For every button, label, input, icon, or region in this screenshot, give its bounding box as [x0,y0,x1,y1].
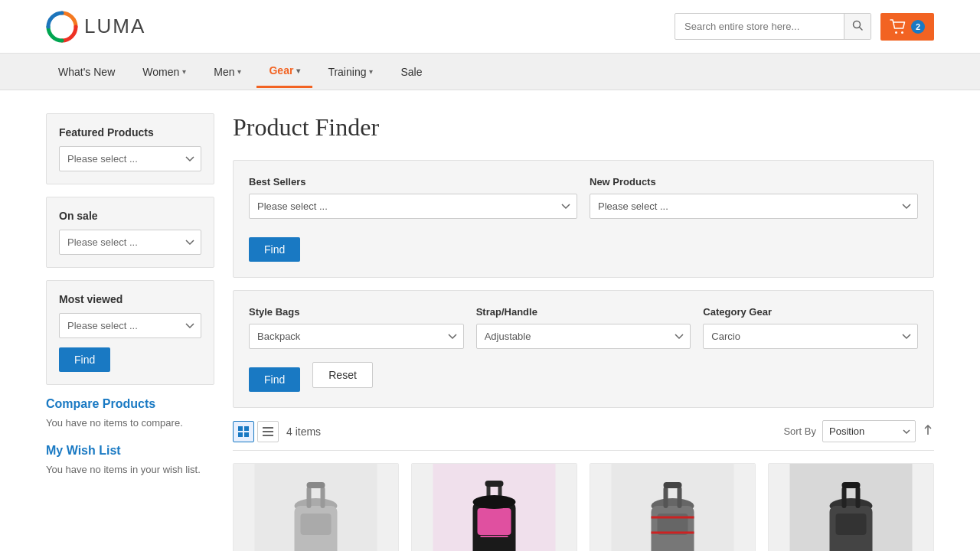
grid-icon [238,426,249,437]
search-bar [675,13,871,40]
finder2-buttons: Find Reset [249,358,918,392]
svg-rect-19 [307,482,325,488]
nav-item-sale[interactable]: Sale [388,57,434,87]
sidebar: Featured Products Please select ... Back… [46,113,214,551]
svg-point-4 [901,31,903,34]
compare-products-title: Compare Products [46,397,214,411]
product-image [234,464,398,551]
best-sellers-select[interactable]: Please select ... Backpacks Bags [249,194,577,219]
svg-rect-44 [836,514,867,535]
svg-rect-45 [842,487,847,508]
cart-icon [890,19,906,34]
on-sale-section: On sale Please select ... Yes No [46,197,214,268]
best-sellers-row: Best Sellers Please select ... Backpacks… [249,176,918,219]
finder2-reset-button[interactable]: Reset [312,362,373,388]
nav-item-gear[interactable]: Gear ▾ [256,55,312,88]
on-sale-select[interactable]: Please select ... Yes No [59,230,201,255]
logo-icon [46,11,78,43]
backpack-dark-svg [769,464,933,551]
svg-rect-18 [321,487,325,508]
svg-rect-39 [678,487,682,508]
finder2-find-button[interactable]: Find [249,367,300,392]
most-viewed-title: Most viewed [59,293,201,305]
nav-item-whats-new[interactable]: What's New [46,57,127,87]
svg-rect-5 [238,426,243,431]
style-bags-col: Style Bags Backpack Messenger Tote [249,306,464,349]
category-gear-label: Category Gear [703,306,918,318]
category-gear-select[interactable]: Carcio Bags Fitness [703,324,918,349]
cart-badge: 2 [911,20,925,34]
wish-list-text: You have no items in your wish list. [46,464,214,475]
results-header: 4 items Sort By Position Product Name Pr… [233,420,934,451]
nav-item-training[interactable]: Training ▾ [315,57,385,87]
search-button[interactable] [844,14,871,39]
featured-products-title: Featured Products [59,126,201,139]
style-bags-row: Style Bags Backpack Messenger Tote Strap… [249,306,918,349]
wish-list-section: My Wish List You have no items in your w… [46,444,214,475]
nav: What's New Women ▾ Men ▾ Gear ▾ Training… [0,54,980,90]
svg-rect-7 [238,432,243,437]
svg-rect-47 [842,482,861,488]
list-icon [263,426,273,437]
logo[interactable]: LUMA [46,11,145,43]
product-card [768,463,934,551]
svg-rect-46 [856,487,861,508]
svg-rect-6 [244,426,249,431]
content: Featured Products Please select ... Back… [0,90,980,551]
nav-chevron-training: ▾ [369,67,373,76]
svg-point-3 [895,31,897,34]
cart-button[interactable]: 2 [880,13,934,41]
product-card [411,463,577,551]
svg-rect-27 [485,481,504,487]
product-card [590,463,756,551]
finder1-find-button[interactable]: Find [249,237,300,262]
featured-products-section: Featured Products Please select ... Back… [46,113,214,184]
svg-rect-38 [664,487,668,508]
view-controls: 4 items [233,421,321,442]
view-icons [233,421,279,442]
grid-view-button[interactable] [233,421,254,442]
nav-chevron-women: ▾ [182,67,186,76]
on-sale-title: On sale [59,210,201,222]
svg-point-28 [473,495,516,509]
featured-products-select[interactable]: Please select ... Backpacks Bags Fitness… [59,146,201,171]
nav-chevron-men: ▾ [237,67,241,76]
products-grid [233,463,934,551]
svg-rect-40 [664,482,682,488]
svg-rect-10 [263,431,273,432]
svg-rect-24 [478,508,511,535]
sort-area: Sort By Position Product Name Price [783,420,934,442]
strap-handle-label: Strap/Handle [476,306,691,318]
svg-rect-8 [244,432,249,437]
compare-products-text: You have no items to compare. [46,417,214,429]
backpack-gray-red-svg [590,464,755,551]
strap-handle-select[interactable]: Adjustable Fixed Double [476,324,691,349]
style-bags-select[interactable]: Backpack Messenger Tote [249,324,464,349]
sort-select[interactable]: Position Product Name Price [822,420,916,442]
nav-item-women[interactable]: Women ▾ [130,57,198,87]
search-input[interactable] [675,15,844,38]
header: LUMA 2 [0,0,980,54]
svg-rect-16 [301,514,332,535]
svg-line-2 [860,28,863,31]
backpack-pink-svg [412,464,577,551]
most-viewed-section: Most viewed Please select ... Backpacks … [46,280,214,385]
new-products-label: New Products [590,176,918,187]
sort-asc-button[interactable] [922,424,934,439]
best-sellers-finder-box: Best Sellers Please select ... Backpacks… [233,160,934,278]
new-products-col: New Products Please select ... Backpacks… [590,176,918,219]
most-viewed-select[interactable]: Please select ... Backpacks Bags [59,313,201,338]
svg-rect-11 [263,435,273,436]
logo-text: LUMA [84,15,145,38]
category-gear-col: Category Gear Carcio Bags Fitness [703,306,918,349]
new-products-select[interactable]: Please select ... Backpacks Bags [590,194,918,219]
wish-list-title: My Wish List [46,444,214,458]
page-title: Product Finder [233,113,934,142]
list-view-button[interactable] [257,421,279,442]
svg-rect-17 [307,487,312,508]
nav-chevron-gear: ▾ [296,67,300,75]
nav-item-men[interactable]: Men ▾ [201,57,253,87]
header-right: 2 [675,13,934,41]
sidebar-find-button[interactable]: Find [59,347,110,372]
compare-products-section: Compare Products You have no items to co… [46,397,214,429]
